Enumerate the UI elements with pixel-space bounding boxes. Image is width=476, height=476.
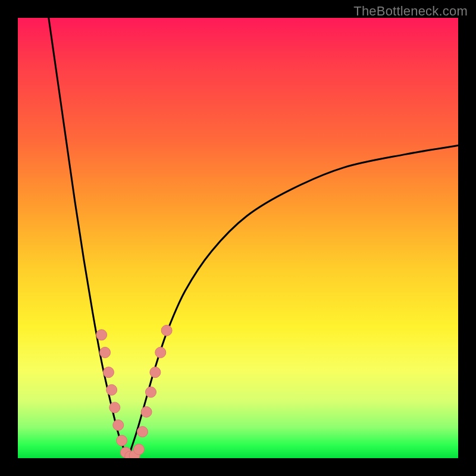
outer-frame: TheBottleneck.com (0, 0, 476, 476)
data-marker (103, 367, 114, 378)
data-marker (155, 347, 166, 358)
data-marker (141, 406, 152, 417)
data-marker (117, 435, 127, 446)
data-marker (107, 384, 117, 395)
plot-area (18, 18, 458, 458)
data-marker (96, 330, 107, 340)
data-marker (100, 347, 111, 358)
data-marker (113, 420, 124, 431)
curve-svg (18, 18, 458, 458)
data-marker (150, 367, 161, 378)
curve-right (128, 146, 458, 458)
data-marker (145, 387, 156, 397)
data-marker (134, 444, 145, 455)
data-marker (137, 427, 148, 437)
watermark-text: TheBottleneck.com (353, 4, 468, 19)
data-marker (109, 402, 120, 413)
data-marker (161, 325, 172, 336)
